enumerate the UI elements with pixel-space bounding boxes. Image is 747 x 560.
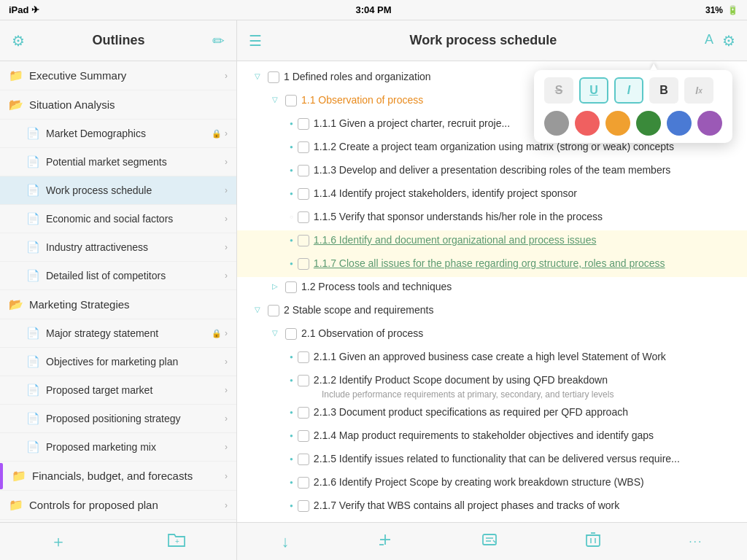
- chevron-right-icon: ›: [225, 385, 228, 395]
- sidebar-item-market-demographics[interactable]: 📄 Market Demographics 🔒 ›: [0, 120, 236, 148]
- sidebar-item-situation-analysis[interactable]: 📂 Situation Analysis: [0, 90, 236, 120]
- checkbox[interactable]: [298, 118, 309, 130]
- toggle-expand-icon[interactable]: ▽: [255, 306, 265, 314]
- sidebar-item-industry-attractiveness[interactable]: 📄 Industry attractiveness ›: [0, 233, 236, 262]
- sidebar-label-executive-summary: Executive Summary: [29, 69, 225, 82]
- more-options-button[interactable]: ···: [683, 529, 708, 554]
- content-header-icons: A ⚙: [705, 32, 735, 50]
- bullet-icon: ●: [290, 377, 293, 384]
- toggle-expand-icon[interactable]: ▽: [255, 72, 265, 80]
- toggle-expand-icon[interactable]: ▽: [272, 329, 282, 337]
- color-red[interactable]: [575, 111, 600, 136]
- outline-item-2-1-1[interactable]: ● 2.1.1 Given an approved business case …: [237, 347, 747, 370]
- checkbox[interactable]: [298, 188, 309, 200]
- outline-item-2-1-4[interactable]: ● 2.1.4 Map product requirements to stak…: [237, 426, 747, 449]
- chevron-right-icon: ›: [225, 328, 228, 338]
- sidebar-item-potential-market[interactable]: 📄 Potential market segments ›: [0, 148, 236, 176]
- bold-button[interactable]: B: [649, 77, 678, 104]
- settings-icon[interactable]: ⚙: [722, 32, 735, 50]
- outline-item-2-1-2[interactable]: ● 2.1.2 Identify Product Scope document …: [237, 370, 747, 402]
- outline-item-2-1[interactable]: ▽ 2.1 Observation of process: [237, 324, 747, 347]
- sidebar-item-controls[interactable]: 📁 Controls for proposed plan ›: [0, 491, 236, 520]
- checkbox[interactable]: [285, 328, 297, 340]
- outline-item-1-1-7[interactable]: ● 1.1.7 Close all issues for the phase r…: [237, 254, 747, 277]
- checkbox[interactable]: [298, 375, 309, 386]
- outline-item-1-2[interactable]: ▷ 1.2 Process tools and techniques: [237, 277, 747, 300]
- outline-item-2-1-8[interactable]: ● 2.1.8 Review project scope with approp…: [237, 519, 747, 522]
- add-folder-button[interactable]: +: [161, 526, 192, 558]
- checkbox[interactable]: [285, 281, 297, 293]
- checkbox[interactable]: [268, 305, 279, 316]
- checkbox[interactable]: [298, 165, 309, 176]
- italic-button[interactable]: I: [614, 77, 643, 104]
- sidebar-item-executive-summary[interactable]: 📁 Executive Summary ›: [0, 61, 236, 90]
- sidebar-label-proposed-marketing-mix: Proposed marketing mix: [46, 441, 225, 453]
- italic-subscript-button[interactable]: Ix: [684, 77, 713, 104]
- chevron-right-icon: ›: [225, 442, 228, 452]
- outline-item-2-1-3[interactable]: ● 2.1.3 Document product specifications …: [237, 402, 747, 426]
- checkbox[interactable]: [285, 95, 297, 106]
- sidebar-item-objectives-marketing[interactable]: 📄 Objectives for marketing plan ›: [0, 348, 236, 376]
- strikethrough-button[interactable]: S: [544, 77, 573, 104]
- checkbox[interactable]: [298, 141, 309, 153]
- toggle-collapse-icon[interactable]: ▷: [272, 282, 282, 290]
- delete-button[interactable]: [580, 526, 606, 558]
- lock-icon: 🔒: [212, 329, 222, 338]
- color-purple[interactable]: [697, 111, 722, 136]
- outline-item-2[interactable]: ▽ 2 Stable scope and requirements: [237, 300, 747, 324]
- sidebar-item-detailed-competitors[interactable]: 📄 Detailed list of competitors ›: [0, 262, 236, 290]
- outline-item-2-1-7[interactable]: ● 2.1.7 Verify that WBS contains all pro…: [237, 496, 747, 519]
- outline-text-1-1-6: 1.1.6 Identify and document organization…: [314, 233, 741, 248]
- chevron-right-icon: ›: [225, 242, 228, 252]
- doc-icon: 📄: [26, 241, 40, 254]
- outline-icon[interactable]: ☰: [249, 32, 262, 50]
- outline-item-1-1-6[interactable]: ● 1.1.6 Identify and document organizati…: [237, 230, 747, 254]
- sidebar-label-proposed-positioning: Proposed positioning strategy: [46, 413, 225, 424]
- outline-item-1-1-5[interactable]: ○ 1.1.5 Verify that sponsor understands …: [237, 207, 747, 230]
- color-gray[interactable]: [544, 111, 569, 136]
- outline-item-1-1-4[interactable]: ● 1.1.4 Identify project stakeholders, i…: [237, 184, 747, 207]
- text-format-icon[interactable]: A: [705, 32, 713, 50]
- sidebar-item-economic-social[interactable]: 📄 Economic and social factors ›: [0, 205, 236, 233]
- sidebar-item-financials[interactable]: 📁 Financials, budget, and forecasts ›: [0, 462, 236, 491]
- checkbox[interactable]: [298, 235, 309, 246]
- checkbox[interactable]: [298, 500, 309, 512]
- color-green[interactable]: [636, 111, 661, 136]
- svg-line-7: [493, 540, 495, 542]
- checkbox[interactable]: [298, 351, 309, 363]
- underline-button[interactable]: U: [579, 77, 608, 104]
- sidebar-item-proposed-marketing-mix[interactable]: 📄 Proposed marketing mix ›: [0, 433, 236, 462]
- outline-item-1-1-3[interactable]: ● 1.1.3 Develop and deliver a presentati…: [237, 160, 747, 184]
- checkbox[interactable]: [298, 430, 309, 442]
- ipad-label: iPad ✈: [9, 4, 39, 15]
- color-row: [544, 111, 722, 136]
- outline-item-2-1-6[interactable]: ● 2.1.6 Identify Project Scope by creati…: [237, 472, 747, 496]
- bullet-icon: ●: [290, 260, 293, 267]
- sidebar-item-marketing-strategies[interactable]: 📂 Marketing Strategies: [0, 290, 236, 319]
- checkbox[interactable]: [298, 454, 309, 465]
- sidebar-label-proposed-target: Proposed target market: [46, 384, 225, 396]
- add-item-button[interactable]: ＋: [44, 525, 72, 559]
- checkbox[interactable]: [298, 407, 309, 419]
- sidebar-item-proposed-positioning[interactable]: 📄 Proposed positioning strategy ›: [0, 405, 236, 433]
- sidebar-item-work-process[interactable]: 📄 Work process schedule ›: [0, 176, 236, 205]
- sidebar-settings-icon[interactable]: ⚙: [12, 32, 25, 50]
- doc-icon: 📄: [26, 212, 40, 225]
- color-blue[interactable]: [667, 111, 692, 136]
- add-subitem-button[interactable]: [371, 526, 399, 558]
- sidebar-edit-icon[interactable]: ✏: [212, 32, 225, 50]
- toggle-expand-icon[interactable]: ▽: [272, 96, 282, 104]
- move-down-button[interactable]: ↓: [275, 526, 295, 557]
- color-orange[interactable]: [605, 111, 630, 136]
- sidebar-label-work-process: Work process schedule: [46, 184, 225, 196]
- checkbox[interactable]: [298, 211, 309, 223]
- checkbox[interactable]: [298, 258, 309, 270]
- checkbox[interactable]: [268, 71, 279, 83]
- sidebar-item-major-strategy[interactable]: 📄 Major strategy statement 🔒 ›: [0, 319, 236, 348]
- sidebar-item-proposed-target[interactable]: 📄 Proposed target market ›: [0, 376, 236, 405]
- bullet-icon: ●: [290, 144, 293, 150]
- edit-button[interactable]: [476, 526, 503, 558]
- outline-item-2-1-5[interactable]: ● 2.1.5 Identify issues related to funct…: [237, 449, 747, 472]
- checkbox[interactable]: [298, 477, 309, 489]
- outline-text-2-1-2: 2.1.2 Identify Product Scope document by…: [314, 373, 741, 388]
